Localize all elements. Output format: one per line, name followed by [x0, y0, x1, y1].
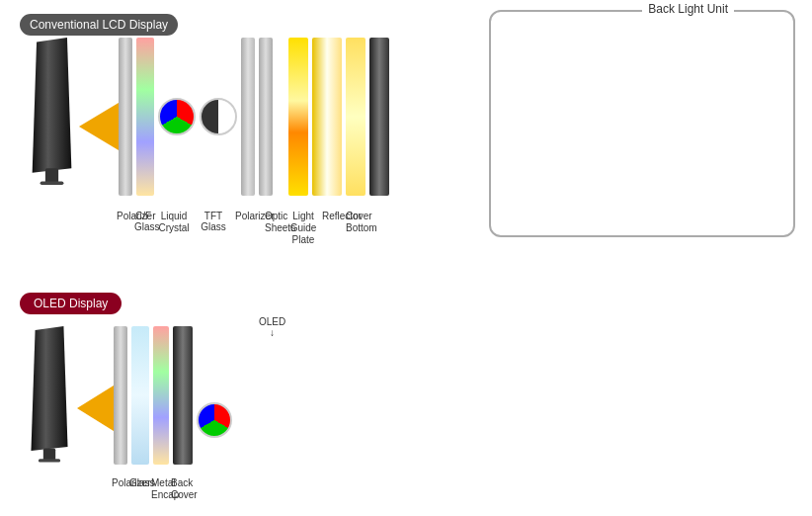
lcd-reflector — [346, 38, 365, 196]
oled-component-arrow-label: OLED↓ — [259, 316, 285, 338]
lcd-layers — [119, 38, 389, 196]
svg-marker-0 — [33, 38, 72, 173]
oled-polarizer — [114, 326, 127, 465]
label-liquid-crystal: Liquid Crystal — [156, 211, 192, 234]
oled-section: OLED Display OLED↓ — [10, 287, 553, 514]
svg-rect-2 — [41, 182, 64, 186]
label-light-guide: Light Guide Plate — [288, 211, 318, 246]
lcd-cover-bottom — [369, 38, 389, 196]
svg-marker-3 — [31, 326, 67, 451]
lcd-section-label: Conventional LCD Display — [20, 14, 178, 36]
lcd-section: Conventional LCD Display Back Light Unit — [10, 8, 800, 265]
svg-rect-5 — [39, 459, 60, 462]
blu-box: Back Light Unit — [489, 10, 795, 237]
oled-label-metal-encap: Metal Encap — [151, 477, 167, 501]
lcd-polarizer2 — [259, 38, 273, 196]
label-tft-glass: TFT Glass — [196, 211, 231, 232]
lcd-light-guide — [312, 38, 342, 196]
oled-glass — [131, 326, 149, 465]
label-polarizer2: Polarizer — [235, 211, 249, 221]
label-optic-sheets: Optic Sheets — [265, 211, 284, 234]
blu-label: Back Light Unit — [642, 2, 734, 16]
oled-label-back-cover: Back Cover — [171, 477, 191, 501]
oled-back-cover — [173, 326, 193, 465]
lcd-color-ball — [158, 98, 196, 135]
lcd-cf-glass — [136, 38, 154, 196]
oled-section-label: OLED Display — [20, 293, 122, 314]
label-cover-bottom: Cover Bottom — [346, 211, 365, 234]
lcd-grey-ball — [200, 98, 237, 135]
tv-lcd-icon — [25, 38, 79, 186]
lcd-optic-sheets — [288, 38, 308, 196]
lcd-polarizer1 — [119, 38, 132, 196]
tv-oled-icon — [25, 326, 74, 465]
label-reflector: Reflector — [322, 211, 342, 221]
label-polarizer1: Polarizer — [117, 211, 130, 221]
lcd-tft-glass — [241, 38, 255, 196]
oled-layers — [114, 326, 232, 465]
oled-label-polarizer: Polarizer — [112, 477, 125, 488]
oled-color-ball — [197, 402, 232, 438]
oled-label-glass: Glass — [129, 477, 147, 488]
oled-metal-encap — [153, 326, 169, 465]
label-cf-glass: C/F Glass — [134, 211, 152, 232]
